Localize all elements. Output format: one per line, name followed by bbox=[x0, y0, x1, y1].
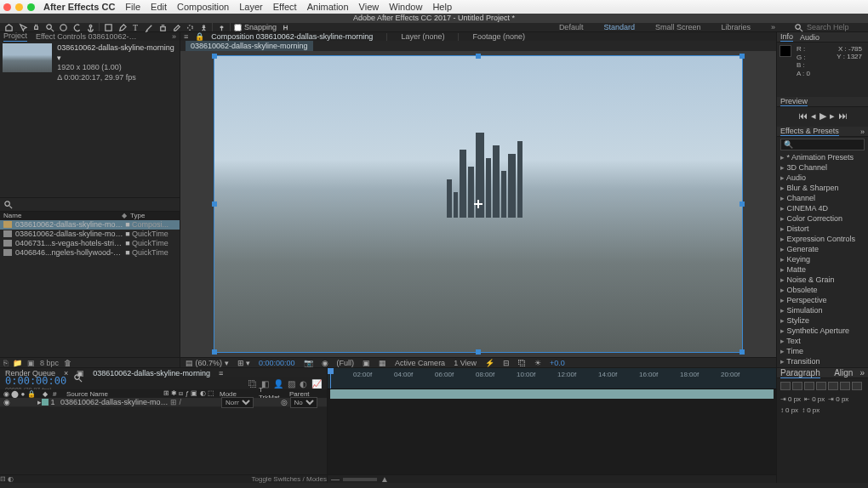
hand-tool-icon[interactable] bbox=[31, 23, 41, 31]
resolution-dropdown[interactable]: (Full) bbox=[337, 359, 355, 367]
fx-category[interactable]: Perspective bbox=[777, 295, 868, 305]
first-frame-icon[interactable]: ⏮ bbox=[798, 111, 808, 122]
bpc-button[interactable]: 8 bpc bbox=[40, 359, 59, 367]
tab-footage[interactable]: Footage (none) bbox=[472, 32, 525, 41]
menu-view[interactable]: View bbox=[359, 2, 380, 12]
graph-editor-icon[interactable]: 📈 bbox=[311, 379, 322, 389]
views-dropdown[interactable]: 1 View bbox=[454, 359, 477, 367]
delete-icon[interactable]: 🗑 bbox=[64, 359, 71, 367]
justify-all-icon[interactable] bbox=[852, 382, 862, 390]
align-center-icon[interactable] bbox=[792, 382, 802, 390]
tab-composition[interactable]: Composition 038610062-dallas-skyline-mor… bbox=[211, 32, 373, 41]
menu-window[interactable]: Window bbox=[389, 2, 422, 12]
space-before[interactable]: ↕ 0 px bbox=[780, 406, 798, 414]
tab-info[interactable]: Info bbox=[780, 32, 793, 42]
flowchart-icon[interactable]: ⿻ bbox=[518, 359, 526, 367]
reset-exposure-icon[interactable]: ☀ bbox=[534, 359, 541, 367]
prev-frame-icon[interactable]: ◂ bbox=[811, 111, 816, 122]
viewer-nav-icon[interactable]: ≡ bbox=[184, 32, 188, 41]
proj-item-footage[interactable]: 0406731...s-vegas-hotels-strip-night.mov… bbox=[0, 239, 180, 248]
ws-libraries[interactable]: Libraries bbox=[712, 23, 759, 31]
tab-paragraph[interactable]: Paragraph bbox=[780, 368, 820, 378]
tab-audio[interactable]: Audio bbox=[800, 33, 819, 42]
fx-category[interactable]: Simulation bbox=[777, 305, 868, 315]
align-left-icon[interactable] bbox=[780, 382, 791, 390]
tab-effect-controls[interactable]: Effect Controls 038610062-dallas-skyline bbox=[36, 32, 138, 41]
lock-icon[interactable]: 🔒 bbox=[195, 32, 204, 41]
snapping-toggle[interactable]: Snapping bbox=[234, 23, 277, 31]
traffic-minimize-icon[interactable] bbox=[15, 3, 23, 11]
tab-align[interactable]: Align bbox=[834, 368, 853, 377]
fx-category[interactable]: Blur & Sharpen bbox=[777, 183, 868, 193]
resolution-menu[interactable]: ⊞ ▾ bbox=[237, 359, 251, 367]
menu-help[interactable]: Help bbox=[432, 2, 452, 12]
current-time-indicator[interactable] bbox=[330, 368, 331, 389]
project-search-input[interactable] bbox=[13, 200, 176, 208]
zoom-in-icon[interactable]: ▲ bbox=[380, 474, 389, 484]
fx-category[interactable]: Stylize bbox=[777, 315, 868, 326]
ws-standard[interactable]: Standard bbox=[595, 23, 643, 31]
timeline-tracks[interactable] bbox=[328, 389, 776, 474]
fx-category[interactable]: Channel bbox=[777, 193, 868, 203]
menu-animation[interactable]: Animation bbox=[307, 2, 349, 12]
snap-options-icon[interactable] bbox=[280, 23, 290, 31]
ws-more-icon[interactable]: » bbox=[762, 23, 784, 31]
last-frame-icon[interactable]: ⏭ bbox=[838, 111, 848, 122]
timeline-layer-row[interactable]: ◉ ▸ 1 038610062-dallas-skyline-morning.m… bbox=[0, 398, 327, 407]
indent-left[interactable]: ⇥ 0 px bbox=[780, 395, 801, 403]
composition-viewport[interactable] bbox=[180, 51, 776, 357]
comp-thumbnail[interactable] bbox=[3, 43, 52, 72]
help-search[interactable] bbox=[787, 23, 865, 32]
toggle-switches-icon[interactable]: ⊟ ◐ bbox=[0, 475, 14, 483]
justify-left-icon[interactable] bbox=[816, 382, 826, 390]
fx-category[interactable]: Matte bbox=[777, 264, 868, 275]
timeline-ruler[interactable]: 02:00f04:00f06:00f08:00f10:00f12:00f14:0… bbox=[328, 368, 776, 389]
fx-category[interactable]: Transition bbox=[777, 356, 868, 366]
help-search-input[interactable] bbox=[807, 23, 858, 31]
fx-category[interactable]: Color Correction bbox=[777, 213, 868, 224]
tab-effects-presets[interactable]: Effects & Presets bbox=[780, 127, 839, 136]
puppet-tool-icon[interactable] bbox=[198, 23, 208, 31]
menu-file[interactable]: File bbox=[125, 2, 140, 12]
fx-category[interactable]: * Animation Presets bbox=[777, 152, 868, 162]
anchor-tool-icon[interactable] bbox=[85, 23, 95, 31]
roto-tool-icon[interactable] bbox=[185, 23, 195, 31]
fx-category[interactable]: Synthetic Aperture bbox=[777, 326, 868, 336]
layer-color-icon[interactable] bbox=[42, 399, 49, 406]
ws-smallscreen[interactable]: Small Screen bbox=[647, 23, 710, 31]
play-button[interactable]: ▶ bbox=[819, 111, 826, 122]
tab-layer[interactable]: Layer (none) bbox=[401, 32, 444, 41]
interpret-footage-icon[interactable]: ⎘ bbox=[3, 359, 8, 367]
comp-mini-flow-icon[interactable]: ⿻ bbox=[248, 379, 257, 389]
text-tool-icon[interactable]: T bbox=[130, 23, 140, 31]
ws-default[interactable]: Default bbox=[551, 23, 592, 31]
tab-preview[interactable]: Preview bbox=[780, 97, 808, 106]
zoom-slider[interactable] bbox=[343, 478, 377, 481]
justify-right-icon[interactable] bbox=[840, 382, 850, 390]
zoom-out-icon[interactable]: — bbox=[331, 474, 340, 484]
traffic-zoom-icon[interactable] bbox=[27, 3, 35, 11]
fx-category[interactable]: Keying bbox=[777, 254, 868, 264]
align-right-icon[interactable] bbox=[804, 382, 814, 390]
space-after[interactable]: ↕ 0 px bbox=[802, 406, 819, 414]
indent-right[interactable]: ⇥ 0 px bbox=[828, 395, 848, 403]
new-comp-icon[interactable]: ▣ bbox=[27, 359, 35, 367]
justify-center-icon[interactable] bbox=[828, 382, 838, 390]
toggle-switches-button[interactable]: Toggle Switches / Modes bbox=[252, 475, 328, 483]
snapshot-icon[interactable]: 📷 bbox=[304, 359, 313, 367]
menu-composition[interactable]: Composition bbox=[177, 2, 229, 12]
pen-tool-icon[interactable] bbox=[117, 23, 127, 31]
local-axis-icon[interactable] bbox=[216, 23, 226, 31]
rotate-tool-icon[interactable] bbox=[71, 23, 82, 31]
motion-blur-icon[interactable]: ◐ bbox=[300, 379, 307, 389]
time-display[interactable]: 0:00:00:00 bbox=[259, 359, 295, 367]
proj-item-footage[interactable]: 038610062-dallas-skyline-morning.mov ■ Q… bbox=[0, 230, 180, 239]
layer-clip[interactable] bbox=[330, 389, 774, 399]
fx-category[interactable]: Noise & Grain bbox=[777, 275, 868, 285]
frame-blend-icon[interactable]: ▨ bbox=[288, 379, 295, 389]
proj-item-footage[interactable]: 0406846...ngeles-hollywood-sign-cal.mov … bbox=[0, 248, 180, 258]
eraser-tool-icon[interactable] bbox=[171, 23, 181, 31]
selection-tool-icon[interactable] bbox=[17, 23, 27, 31]
traffic-close-icon[interactable] bbox=[3, 3, 11, 11]
fx-category[interactable]: 3D Channel bbox=[777, 162, 868, 173]
